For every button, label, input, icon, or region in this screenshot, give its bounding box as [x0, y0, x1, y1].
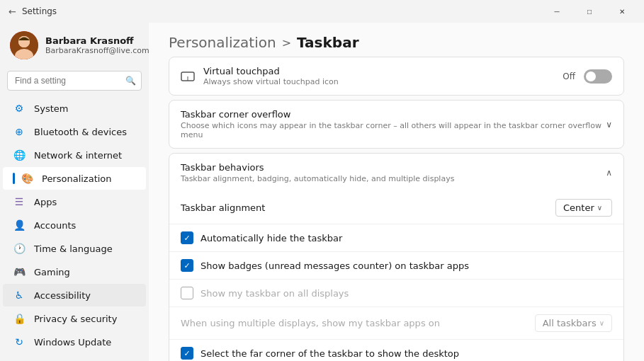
touchpad-icon: [181, 69, 195, 84]
multi-display-dropdown[interactable]: All taskbars ∨: [535, 314, 612, 332]
window-controls: ─ □ ✕: [541, 0, 638, 23]
sidebar-item-label: Personalization: [42, 173, 112, 184]
toggle-track[interactable]: [584, 69, 612, 84]
sidebar-item-accounts[interactable]: 👤 Accounts: [3, 214, 146, 236]
breadcrumb-separator: >: [282, 36, 291, 50]
search-icon: 🔍: [125, 76, 136, 86]
title-bar: ← Settings ─ □ ✕: [0, 0, 644, 23]
sidebar-item-label: System: [34, 103, 68, 114]
sidebar-item-update[interactable]: ↻ Windows Update: [3, 331, 146, 353]
back-arrow[interactable]: ←: [9, 6, 16, 17]
toggle-label: Off: [563, 71, 575, 81]
desktop-corner-label: Select the far corner of the taskbar to …: [200, 348, 459, 359]
show-badges-label: Show badges (unread messages counter) on…: [200, 260, 469, 271]
behaviors-header[interactable]: Taskbar behaviors Taskbar alignment, bad…: [169, 154, 623, 192]
sidebar-item-label: Apps: [34, 197, 57, 207]
bluetooth-icon: ⊕: [13, 125, 26, 138]
sidebar-item-privacy[interactable]: 🔒 Privacy & security: [3, 307, 146, 330]
sidebar-item-label: Privacy & security: [34, 314, 117, 324]
virtual-touchpad-label: Virtual touchpad: [203, 66, 554, 76]
time-icon: 🕐: [13, 242, 26, 255]
virtual-touchpad-card: Virtual touchpad Always show virtual tou…: [169, 57, 624, 96]
search-input[interactable]: [7, 71, 142, 91]
virtual-touchpad-text: Virtual touchpad Always show virtual tou…: [203, 66, 554, 86]
hide-taskbar-checkbox[interactable]: ✓: [181, 231, 193, 244]
alignment-label: Taskbar alignment: [181, 202, 265, 213]
update-icon: ↻: [13, 336, 26, 348]
breadcrumb: Personalization > Taskbar: [149, 23, 644, 57]
settings-content: Virtual touchpad Always show virtual tou…: [149, 57, 644, 361]
all-displays-label: Show my taskbar on all displays: [200, 288, 349, 299]
behaviors-desc: Taskbar alignment, badging, automaticall…: [181, 174, 454, 183]
title-bar-title: Settings: [22, 6, 57, 16]
multi-display-dropdown-arrow: ∨: [599, 319, 604, 327]
show-badges-checkbox[interactable]: ✓: [181, 259, 193, 272]
alignment-row: Taskbar alignment Center ∨: [169, 192, 623, 224]
gaming-icon: 🎮: [13, 265, 26, 278]
sidebar-item-label: Windows Update: [34, 337, 111, 348]
sidebar-item-apps[interactable]: ☰ Apps: [3, 190, 146, 213]
show-badges-row: ✓ Show badges (unread messages counter) …: [169, 252, 623, 280]
corner-overflow-chevron: ∨: [606, 120, 612, 130]
sidebar-item-label: Accounts: [34, 220, 76, 231]
sidebar-item-gaming[interactable]: 🎮 Gaming: [3, 260, 146, 283]
user-name: Barbara Krasnoff: [45, 35, 149, 46]
sidebar-item-time[interactable]: 🕐 Time & language: [3, 237, 146, 260]
all-displays-checkbox[interactable]: [181, 287, 193, 299]
accessibility-icon: ♿: [13, 289, 26, 302]
close-button[interactable]: ✕: [606, 0, 638, 23]
toggle-wrapper: Off: [563, 69, 612, 84]
personalization-icon: 🎨: [21, 172, 33, 185]
sidebar-item-bluetooth[interactable]: ⊕ Bluetooth & devices: [3, 120, 146, 143]
toggle-thumb: [586, 71, 596, 81]
breadcrumb-current: Taskbar: [297, 34, 358, 51]
behaviors-text: Taskbar behaviors Taskbar alignment, bad…: [181, 162, 454, 183]
corner-overflow-header[interactable]: Taskbar corner overflow Choose which ico…: [169, 101, 623, 148]
hide-taskbar-row: ✓ Automatically hide the taskbar: [169, 224, 623, 252]
check-mark: ✓: [183, 349, 190, 358]
sidebar-item-label: Gaming: [34, 267, 70, 277]
privacy-icon: 🔒: [13, 312, 26, 325]
title-bar-left: ← Settings: [9, 6, 57, 17]
user-section[interactable]: Barbara Krasnoff BarbaraKrasnoff@live.co…: [0, 23, 149, 68]
corner-overflow-desc: Choose which icons may appear in the tas…: [181, 121, 606, 139]
alignment-dropdown[interactable]: Center ∨: [555, 199, 612, 217]
behaviors-card: Taskbar behaviors Taskbar alignment, bad…: [169, 153, 624, 361]
app-container: Barbara Krasnoff BarbaraKrasnoff@live.co…: [0, 23, 644, 361]
hide-taskbar-label: Automatically hide the taskbar: [200, 233, 342, 243]
multi-display-row: When using multiple displays, show my ta…: [169, 307, 623, 340]
corner-overflow-card: Taskbar corner overflow Choose which ico…: [169, 100, 624, 149]
active-indicator: [13, 173, 15, 184]
desktop-corner-checkbox[interactable]: ✓: [181, 347, 193, 360]
sidebar-item-network[interactable]: 🌐 Network & internet: [3, 144, 146, 166]
content-area: Personalization > Taskbar Virtual touchp…: [149, 23, 644, 361]
system-icon: ⚙: [13, 102, 26, 115]
sidebar: Barbara Krasnoff BarbaraKrasnoff@live.co…: [0, 23, 149, 361]
sidebar-item-label: Bluetooth & devices: [34, 127, 127, 137]
corner-overflow-text: Taskbar corner overflow Choose which ico…: [181, 109, 606, 139]
search-box: 🔍: [7, 71, 142, 91]
virtual-touchpad-desc: Always show virtual touchpad icon: [203, 77, 554, 86]
desktop-corner-row: ✓ Select the far corner of the taskbar t…: [169, 340, 623, 361]
minimize-button[interactable]: ─: [541, 0, 573, 23]
check-mark: ✓: [183, 261, 190, 270]
user-info: Barbara Krasnoff BarbaraKrasnoff@live.co…: [45, 35, 149, 55]
virtual-touchpad-row: Virtual touchpad Always show virtual tou…: [169, 57, 623, 95]
breadcrumb-parent: Personalization: [169, 34, 276, 51]
sidebar-item-personalization[interactable]: 🎨 Personalization: [3, 167, 146, 190]
apps-icon: ☰: [13, 195, 26, 208]
user-email: BarbaraKrasnoff@live.com: [45, 46, 149, 55]
sidebar-item-label: Time & language: [34, 243, 113, 254]
maximize-button[interactable]: □: [573, 0, 606, 23]
network-icon: 🌐: [13, 149, 26, 161]
sidebar-item-accessibility[interactable]: ♿ Accessibility: [3, 284, 146, 306]
avatar: [10, 31, 38, 59]
behaviors-title: Taskbar behaviors: [181, 162, 454, 173]
sidebar-item-system[interactable]: ⚙ System: [3, 97, 146, 120]
alignment-dropdown-arrow: ∨: [597, 204, 602, 212]
all-displays-row: Show my taskbar on all displays: [169, 280, 623, 307]
sidebar-nav: ⚙ System ⊕ Bluetooth & devices 🌐 Network…: [0, 96, 149, 354]
virtual-touchpad-toggle[interactable]: [584, 69, 612, 84]
check-mark: ✓: [183, 234, 190, 243]
alignment-value: Center: [563, 202, 594, 213]
